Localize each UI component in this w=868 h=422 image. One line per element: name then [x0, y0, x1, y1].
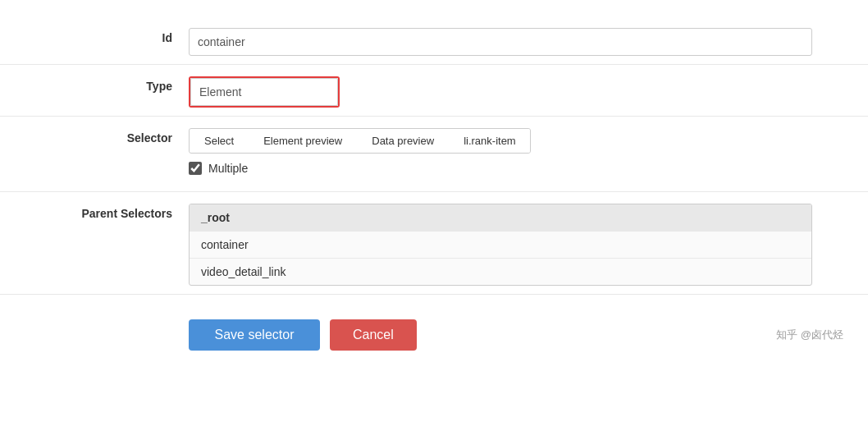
- id-label: Id: [0, 25, 189, 44]
- form-container: Id Type Selector Select Element preview …: [0, 0, 868, 422]
- parent-selector-item[interactable]: video_detail_link: [190, 259, 811, 285]
- tab-element-preview[interactable]: Element preview: [249, 129, 358, 153]
- parent-selectors-row: Parent Selectors _root container video_d…: [0, 192, 868, 295]
- multiple-checkbox[interactable]: [189, 162, 202, 175]
- cancel-button[interactable]: Cancel: [330, 319, 417, 351]
- tab-select[interactable]: Select: [190, 129, 249, 153]
- id-input[interactable]: [189, 28, 812, 56]
- selector-row: Selector Select Element preview Data pre…: [0, 117, 868, 192]
- parent-selector-item[interactable]: container: [190, 232, 811, 259]
- multiple-row: Multiple: [189, 154, 868, 183]
- buttons-row-wrapper: Save selector Cancel 知乎 @卤代烃: [0, 295, 868, 365]
- parent-selectors-label: Parent Selectors: [0, 200, 189, 220]
- id-row: Id: [0, 16, 868, 65]
- selector-label: Selector: [0, 125, 189, 144]
- multiple-label[interactable]: Multiple: [208, 162, 248, 175]
- buttons-row: Save selector Cancel 知乎 @卤代烃: [189, 305, 868, 359]
- parent-selectors-list: _root container video_detail_link: [189, 204, 812, 286]
- watermark: 知乎 @卤代烃: [776, 328, 868, 342]
- tab-li-rank-item[interactable]: li.rank-item: [449, 129, 531, 153]
- type-row: Type: [0, 65, 868, 117]
- buttons-content: Save selector Cancel 知乎 @卤代烃: [189, 301, 868, 359]
- type-input-wrapper: [189, 76, 340, 108]
- id-content: [189, 25, 868, 56]
- tab-data-preview[interactable]: Data preview: [357, 129, 450, 153]
- buttons-spacer: [0, 301, 189, 308]
- type-content: [189, 73, 868, 108]
- type-input[interactable]: [190, 78, 338, 106]
- type-label: Type: [0, 73, 189, 93]
- save-selector-button[interactable]: Save selector: [189, 319, 320, 351]
- parent-selector-item[interactable]: _root: [190, 204, 811, 232]
- selector-tabs: Select Element preview Data preview li.r…: [189, 128, 531, 154]
- parent-selectors-content: _root container video_detail_link: [189, 200, 868, 286]
- selector-content: Select Element preview Data preview li.r…: [189, 125, 868, 183]
